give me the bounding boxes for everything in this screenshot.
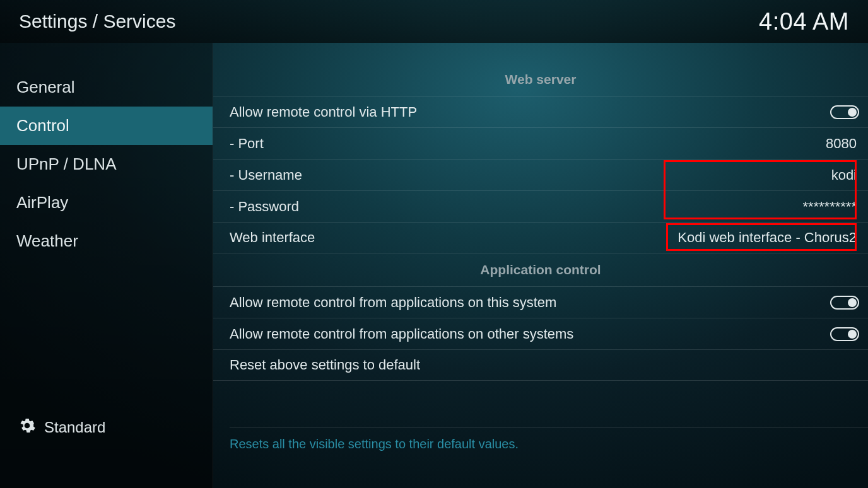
setting-allow-other-systems[interactable]: Allow remote control from applications o… [213,318,868,349]
setting-username[interactable]: - Username kodi [213,159,868,190]
sidebar-item-label: Weather [16,231,78,250]
setting-value: 8080 [826,136,859,152]
setting-label: Reset above settings to default [230,357,420,373]
sidebar-item-label: General [16,78,75,96]
sidebar-item-general[interactable]: General [0,68,213,107]
sidebar: General Control UPnP / DLNA AirPlay Weat… [0,43,213,488]
setting-label: Allow remote control via HTTP [230,104,417,120]
setting-web-interface[interactable]: Web interface Kodi web interface - Choru… [213,222,868,253]
sidebar-item-weather[interactable]: Weather [0,222,213,260]
setting-label: Allow remote control from applications o… [230,294,556,311]
settings-level-label: Standard [44,419,105,436]
toggle-switch[interactable] [830,327,859,341]
breadcrumb: Settings / Services [19,11,175,32]
section-title-webserver: Web server [213,72,868,96]
section-title-appcontrol: Application control [213,253,868,286]
setting-password[interactable]: - Password ********** [213,190,868,222]
sidebar-item-airplay[interactable]: AirPlay [0,183,213,222]
settings-level[interactable]: Standard [0,417,213,488]
setting-allow-this-system[interactable]: Allow remote control from applications o… [213,286,868,318]
header: Settings / Services 4:04 AM [0,0,868,43]
sidebar-item-label: Control [16,116,69,135]
sidebar-nav: General Control UPnP / DLNA AirPlay Weat… [0,68,213,260]
setting-reset-defaults[interactable]: Reset above settings to default [213,349,868,381]
setting-value: Kodi web interface - Chorus2 [677,229,859,246]
clock: 4:04 AM [759,8,849,35]
setting-label: Allow remote control from applications o… [230,326,573,342]
setting-label: - Port [230,136,264,152]
setting-label: Web interface [230,229,315,246]
toggle-switch[interactable] [830,296,859,310]
setting-value: kodi [831,167,859,183]
sidebar-item-label: AirPlay [16,193,68,212]
sidebar-item-control[interactable]: Control [0,107,213,145]
sidebar-item-upnp-dlna[interactable]: UPnP / DLNA [0,145,213,183]
setting-allow-http[interactable]: Allow remote control via HTTP [213,96,868,127]
setting-port[interactable]: - Port 8080 [213,127,868,159]
setting-label: - Username [230,167,302,183]
toggle-switch[interactable] [830,105,859,119]
main-panel: Web server Allow remote control via HTTP… [213,43,868,488]
hint-text: Resets all the visible settings to their… [230,427,868,451]
setting-value: ********** [802,199,859,215]
sidebar-item-label: UPnP / DLNA [16,154,116,173]
setting-label: - Password [230,199,299,215]
gear-icon [19,417,35,438]
